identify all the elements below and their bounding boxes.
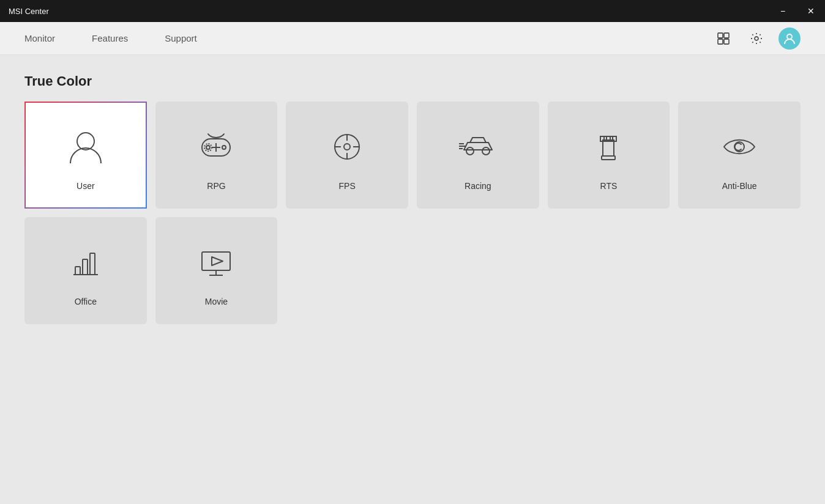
navbar: Monitor Features Support (0, 22, 825, 55)
office-icon (61, 238, 110, 287)
svg-point-4 (755, 37, 758, 40)
fps-icon (323, 122, 371, 171)
user-icon (61, 122, 110, 171)
grid-view-button[interactable] (712, 28, 734, 50)
nav-right (712, 28, 801, 50)
movie-icon (192, 238, 241, 287)
racing-icon (454, 122, 502, 171)
svg-rect-2 (718, 39, 723, 44)
svg-point-10 (222, 146, 226, 149)
svg-point-13 (204, 144, 212, 151)
nav-links: Monitor Features Support (24, 31, 197, 46)
page-title: True Color (24, 73, 801, 89)
svg-point-9 (206, 146, 210, 149)
svg-rect-33 (75, 267, 80, 275)
svg-rect-3 (724, 39, 729, 44)
cards-row-1: User RPG (24, 102, 801, 209)
svg-rect-36 (202, 252, 230, 270)
svg-point-21 (482, 147, 490, 155)
svg-marker-37 (212, 257, 223, 265)
rts-icon (584, 122, 633, 171)
card-movie-label: Movie (205, 297, 228, 306)
nav-support[interactable]: Support (165, 31, 197, 46)
profile-button[interactable] (778, 28, 801, 50)
svg-rect-0 (718, 33, 723, 38)
close-button[interactable]: ✕ (797, 0, 825, 22)
settings-button[interactable] (745, 28, 767, 50)
content-area: True Color NB MNT (0, 55, 825, 343)
card-racing[interactable]: Racing (417, 102, 539, 209)
card-anti-blue[interactable]: Anti-Blue (678, 102, 801, 209)
svg-rect-34 (83, 259, 88, 275)
svg-rect-26 (603, 140, 614, 156)
cards-row-2: Office Movie (24, 217, 801, 324)
card-user-label: User (77, 181, 95, 191)
card-racing-label: Racing (465, 181, 491, 191)
card-anti-blue-label: Anti-Blue (722, 181, 757, 191)
nav-monitor[interactable]: Monitor (24, 31, 55, 46)
card-rts-label: RTS (600, 181, 618, 191)
minimize-button[interactable]: − (769, 0, 797, 22)
svg-point-7 (77, 133, 94, 150)
card-rpg-label: RPG (207, 181, 225, 191)
card-office[interactable]: Office (24, 217, 147, 324)
titlebar: MSI Center − ✕ (0, 0, 825, 22)
card-office-label: Office (75, 297, 97, 306)
card-rts[interactable]: RTS (548, 102, 670, 209)
rpg-icon (192, 122, 241, 171)
svg-point-5 (787, 34, 792, 39)
card-user[interactable]: User (24, 102, 147, 209)
card-rpg[interactable]: RPG (155, 102, 278, 209)
svg-point-20 (466, 147, 474, 155)
svg-rect-35 (90, 253, 95, 275)
nav-features[interactable]: Features (92, 31, 128, 46)
card-fps[interactable]: FPS (286, 102, 408, 209)
svg-point-15 (344, 144, 350, 150)
app-title: MSI Center (9, 7, 49, 16)
anti-blue-icon (715, 122, 764, 171)
svg-rect-1 (724, 33, 729, 38)
window-controls: − ✕ (769, 0, 825, 22)
card-fps-label: FPS (339, 181, 356, 191)
card-movie[interactable]: Movie (155, 217, 278, 324)
